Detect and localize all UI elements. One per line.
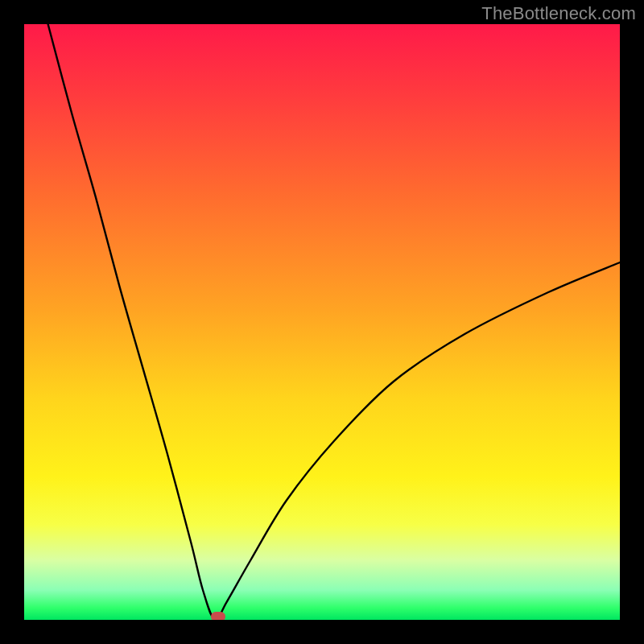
curve-svg (24, 24, 620, 620)
optimum-marker (211, 612, 225, 620)
watermark-text: TheBottleneck.com (481, 3, 636, 24)
bottleneck-curve (48, 24, 620, 620)
chart-frame: TheBottleneck.com (0, 0, 644, 644)
plot-area (24, 24, 620, 620)
